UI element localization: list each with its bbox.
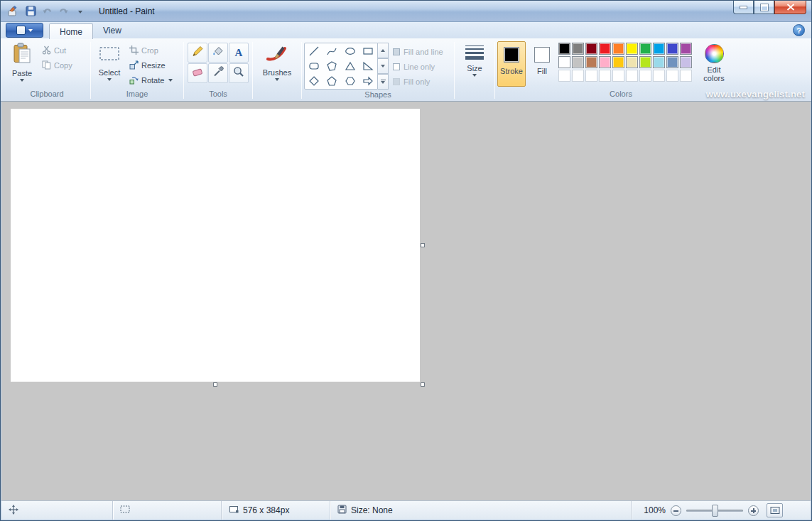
select-dropdown-icon [107, 78, 112, 81]
color-swatch[interactable] [599, 43, 611, 55]
edit-colors-button[interactable]: Edit colors [694, 41, 734, 82]
color-swatch[interactable] [572, 43, 584, 55]
resize-button[interactable]: Resize [126, 58, 175, 72]
brushes-label: Brushes [263, 68, 291, 77]
color-swatch[interactable] [666, 70, 678, 82]
select-icon [99, 43, 120, 67]
shape-right-triangle[interactable] [359, 58, 378, 73]
color-swatch[interactable] [612, 43, 624, 55]
canvas-resize-handle-right[interactable] [421, 243, 425, 247]
resize-label: Resize [141, 61, 166, 70]
crop-button[interactable]: Crop [126, 43, 175, 58]
tab-view[interactable]: View [93, 23, 131, 38]
color-swatch[interactable] [626, 43, 638, 55]
titlebar[interactable]: Untitled - Paint [1, 1, 811, 22]
maximize-button[interactable] [754, 1, 774, 14]
line-only-button[interactable]: Line only [393, 59, 443, 74]
color-swatch[interactable] [639, 43, 651, 55]
color-swatch[interactable] [558, 70, 570, 82]
color-swatch[interactable] [666, 56, 678, 68]
zoom-slider[interactable] [686, 505, 743, 517]
shapes-scroll-up-button[interactable] [378, 43, 389, 58]
canvas-resize-handle-bottom[interactable] [213, 382, 217, 387]
shape-diamond[interactable] [305, 73, 323, 88]
shape-hexagon[interactable] [341, 73, 359, 88]
color-swatch[interactable] [666, 43, 678, 55]
shapes-more-button[interactable] [378, 74, 389, 90]
customize-quick-access-dropdown[interactable] [72, 4, 87, 18]
paint-app-icon[interactable] [6, 5, 19, 18]
color-swatch[interactable] [639, 70, 651, 82]
drawing-canvas[interactable] [11, 109, 420, 382]
color-swatch[interactable] [585, 70, 597, 82]
tab-home[interactable]: Home [49, 23, 93, 39]
pencil-tool-button[interactable] [188, 43, 207, 63]
color-swatch[interactable] [639, 56, 651, 68]
color-swatch[interactable] [680, 70, 692, 82]
color-swatch[interactable] [680, 43, 692, 55]
zoom-level-value: 100% [640, 505, 666, 515]
color-swatch[interactable] [585, 43, 597, 55]
shape-rectangle[interactable] [359, 43, 378, 58]
application-menu-button[interactable] [6, 23, 43, 38]
copy-button[interactable]: Copy [38, 58, 75, 72]
eraser-tool-button[interactable] [188, 63, 207, 83]
color-swatch[interactable] [612, 70, 624, 82]
undo-button[interactable] [40, 4, 55, 18]
copy-icon [41, 60, 51, 70]
shape-line[interactable] [305, 43, 323, 58]
fill-tool-button[interactable] [208, 43, 228, 63]
color-swatch[interactable] [572, 56, 584, 68]
rotate-button[interactable]: Rotate [126, 72, 175, 87]
color-swatch[interactable] [680, 56, 692, 68]
color-swatch[interactable] [612, 56, 624, 68]
zoom-slider-thumb[interactable] [712, 505, 718, 517]
text-tool-button[interactable]: A [229, 43, 249, 63]
stroke-color-button[interactable]: Stroke [497, 41, 526, 87]
color-swatch[interactable] [599, 56, 611, 68]
shape-right-arrow[interactable] [359, 73, 378, 88]
color-swatch[interactable] [653, 56, 665, 68]
color-swatch[interactable] [558, 56, 570, 68]
redo-button[interactable] [56, 4, 71, 18]
cut-button[interactable]: Cut [38, 43, 75, 58]
color-swatch[interactable] [626, 56, 638, 68]
shape-pentagon[interactable] [323, 73, 342, 88]
color-swatch[interactable] [653, 43, 665, 55]
magnifier-tool-button[interactable] [229, 63, 249, 83]
color-picker-tool-button[interactable] [208, 63, 228, 83]
shape-triangle[interactable] [341, 58, 359, 73]
workspace[interactable] [1, 102, 811, 500]
brush-icon [266, 43, 288, 67]
eraser-icon [191, 65, 204, 81]
color-swatch[interactable] [572, 70, 584, 82]
shape-oval[interactable] [341, 43, 359, 58]
paste-button[interactable]: Paste [6, 41, 38, 89]
save-button[interactable] [23, 4, 38, 18]
close-button[interactable] [774, 1, 806, 14]
color-swatch[interactable] [599, 70, 611, 82]
brushes-button[interactable]: Brushes [261, 41, 293, 89]
stroke-color-swatch [504, 47, 519, 63]
canvas-resize-handle-corner[interactable] [421, 382, 425, 387]
fit-to-window-button[interactable] [767, 503, 783, 517]
color-swatch[interactable] [558, 43, 570, 55]
fill-and-line-button[interactable]: Fill and line [393, 44, 443, 59]
zoom-out-button[interactable] [671, 505, 681, 516]
minimize-button[interactable] [733, 1, 754, 14]
help-button[interactable]: ? [793, 24, 805, 36]
shape-rounded-rectangle[interactable] [305, 58, 323, 73]
size-button[interactable]: Size [458, 41, 491, 89]
select-button[interactable]: Select [93, 41, 126, 89]
color-swatch[interactable] [585, 56, 597, 68]
fill-color-button[interactable]: Fill [528, 41, 556, 87]
fill-bucket-icon [212, 45, 224, 60]
color-swatch[interactable] [653, 70, 665, 82]
fill-only-button[interactable]: Fill only [393, 74, 443, 89]
shape-curve[interactable] [323, 43, 342, 58]
color-swatch[interactable] [626, 70, 638, 82]
shapes-scroll-down-button[interactable] [378, 58, 389, 74]
shape-polygon[interactable] [323, 58, 342, 73]
zoom-in-button[interactable] [748, 505, 759, 516]
window-title: Untitled - Paint [99, 6, 155, 16]
